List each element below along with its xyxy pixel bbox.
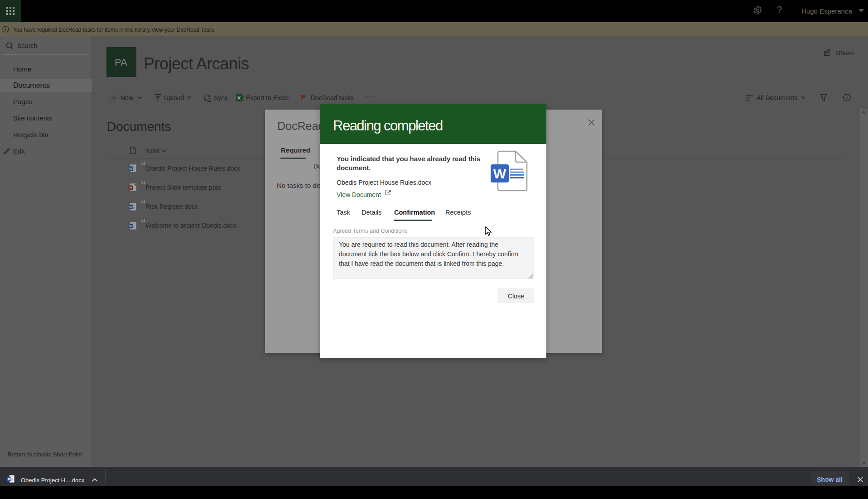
svg-text:P: P xyxy=(130,186,132,190)
svg-text:W: W xyxy=(129,224,133,228)
svg-text:W: W xyxy=(493,166,506,181)
svg-text:W: W xyxy=(8,477,11,481)
svg-text:W: W xyxy=(129,205,133,209)
svg-text:W: W xyxy=(129,167,133,171)
